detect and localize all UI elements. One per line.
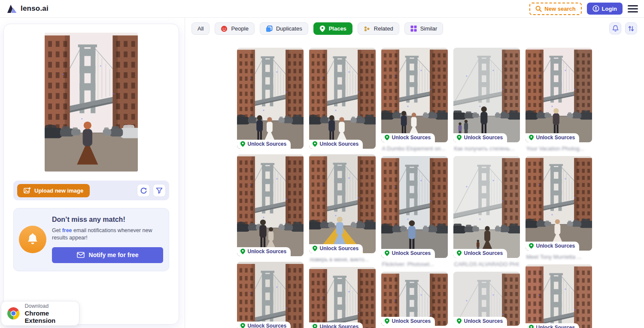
- chrome-download-label: Download: [25, 303, 79, 309]
- filter-tabs: AllPeopleDuplicatesPlacesRelatedSimilar: [191, 22, 443, 35]
- tab-label: Duplicates: [276, 25, 302, 32]
- tab-label: People: [231, 25, 248, 32]
- unlock-sources-badge[interactable]: Unlock Sources: [309, 244, 363, 253]
- pin-icon: [384, 318, 390, 324]
- result-image[interactable]: Unlock Sources: [309, 267, 376, 328]
- result-image[interactable]: Unlock Sources: [237, 154, 304, 256]
- unlock-sources-badge[interactable]: Unlock Sources: [526, 133, 580, 142]
- free-word: free: [62, 227, 72, 233]
- result-caption[interactable]: A Dumbo Elopement on...: [382, 145, 447, 152]
- pin-icon: [456, 135, 462, 141]
- unlock-sources-badge[interactable]: Unlock Sources: [526, 323, 580, 328]
- logo[interactable]: lenso.ai: [7, 4, 49, 13]
- unlock-sources-badge[interactable]: Unlock Sources: [526, 242, 580, 251]
- alerts-button[interactable]: [609, 22, 621, 34]
- grid-column-3: Unlock SourcesA Dumbo Elopement on...Unl…: [381, 48, 448, 328]
- result-image[interactable]: Unlock Sources: [309, 48, 376, 149]
- tab-label: Places: [329, 25, 346, 32]
- pin-icon: [312, 141, 318, 147]
- pin-icon: [384, 135, 390, 141]
- unlock-sources-badge[interactable]: Unlock Sources: [237, 140, 291, 149]
- grid-column-5: Unlock SourcesYour Vacation Photog...Unl…: [526, 48, 592, 328]
- unlock-sources-label: Unlock Sources: [248, 323, 287, 328]
- grid-column-4: Unlock SourcesКак получить степень...Unl…: [453, 48, 520, 328]
- unlock-sources-label: Unlock Sources: [464, 250, 503, 256]
- upload-bar: Upload new image: [13, 181, 169, 200]
- filter-button[interactable]: [153, 184, 166, 197]
- pin-icon: [529, 243, 534, 249]
- unlock-sources-label: Unlock Sources: [320, 245, 359, 251]
- unlock-sources-label: Unlock Sources: [536, 325, 575, 328]
- chrome-extension-button[interactable]: Download Chrome Extension: [1, 301, 79, 326]
- unlock-sources-label: Unlock Sources: [248, 141, 287, 147]
- refresh-button[interactable]: [137, 184, 150, 197]
- refresh-icon: [140, 187, 147, 194]
- unlock-sources-badge[interactable]: Unlock Sources: [381, 317, 435, 326]
- unlock-sources-badge[interactable]: Unlock Sources: [453, 249, 507, 258]
- sort-button[interactable]: [625, 22, 637, 34]
- tab-all[interactable]: All: [191, 22, 210, 35]
- notify-button-label: Notify me for free: [89, 251, 139, 258]
- tab-label: All: [197, 25, 204, 32]
- tab-similar[interactable]: Similar: [404, 22, 444, 35]
- result-caption[interactable]: поверь в меня, викто...: [310, 256, 375, 263]
- result-image[interactable]: Unlock Sources: [237, 262, 304, 328]
- result-image[interactable]: Unlock Sources: [453, 48, 520, 142]
- upload-button-label: Upload new image: [34, 187, 83, 194]
- login-button[interactable]: Login: [587, 3, 623, 15]
- image-plus-icon: [24, 187, 31, 194]
- result-image[interactable]: Unlock Sources: [526, 264, 592, 328]
- results-main: AllPeopleDuplicatesPlacesRelatedSimilar: [185, 18, 644, 328]
- menu-icon[interactable]: [628, 4, 638, 13]
- unlock-sources-label: Unlock Sources: [536, 243, 575, 249]
- tab-people[interactable]: People: [215, 22, 254, 35]
- tab-places[interactable]: Places: [313, 22, 352, 35]
- result-image[interactable]: Unlock Sources: [453, 156, 520, 258]
- unlock-sources-badge[interactable]: Unlock Sources: [381, 133, 435, 142]
- unlock-sources-label: Unlock Sources: [536, 135, 575, 141]
- result-image[interactable]: Unlock Sources: [381, 48, 448, 142]
- result-caption[interactable]: CARLOS ALVARADO PHOT...: [454, 261, 519, 267]
- lenso-logo-icon: [7, 4, 17, 13]
- unlock-sources-label: Unlock Sources: [392, 250, 431, 256]
- result-caption[interactable]: Meet Tony Murrietta ...: [526, 254, 591, 260]
- result-image[interactable]: Unlock Sources: [381, 156, 448, 258]
- logo-text: lenso.ai: [21, 4, 49, 13]
- unlock-sources-badge[interactable]: Unlock Sources: [453, 133, 507, 142]
- unlock-sources-badge[interactable]: Unlock Sources: [309, 322, 363, 328]
- pin-icon: [529, 135, 534, 141]
- search-icon: [535, 6, 542, 12]
- result-caption[interactable]: Your Vacation Photog...: [526, 145, 591, 152]
- upload-new-image-button[interactable]: Upload new image: [17, 184, 90, 197]
- unlock-sources-badge[interactable]: Unlock Sources: [453, 317, 507, 326]
- result-image[interactable]: Unlock Sources: [237, 48, 304, 149]
- sidebar: Upload new image: [0, 18, 185, 328]
- result-image[interactable]: Unlock Sources: [309, 154, 376, 253]
- result-image[interactable]: Unlock Sources: [381, 272, 448, 326]
- unlock-sources-label: Unlock Sources: [320, 324, 359, 328]
- unlock-sources-label: Unlock Sources: [392, 318, 431, 324]
- tab-duplicates[interactable]: Duplicates: [260, 22, 308, 35]
- result-caption[interactable]: Flickriver: Photoset...: [382, 261, 447, 267]
- new-search-label: New search: [544, 6, 575, 12]
- unlock-sources-badge[interactable]: Unlock Sources: [237, 247, 291, 256]
- unlock-sources-badge[interactable]: Unlock Sources: [381, 249, 435, 258]
- query-panel: Upload new image: [3, 24, 179, 325]
- chrome-extension-label: Chrome Extension: [25, 310, 79, 324]
- new-search-button[interactable]: New search: [529, 3, 581, 15]
- unlock-sources-badge[interactable]: Unlock Sources: [237, 322, 291, 328]
- pin-icon: [456, 250, 462, 256]
- result-image[interactable]: Unlock Sources: [453, 272, 520, 326]
- result-image[interactable]: Unlock Sources: [526, 48, 592, 142]
- grid-column-1: Unlock SourcesUnlock SourcesUnlock Sourc…: [237, 48, 304, 328]
- pin-icon: [456, 318, 462, 324]
- unlock-sources-badge[interactable]: Unlock Sources: [309, 140, 363, 149]
- notify-card: Don’t miss any match! Get free email not…: [13, 208, 169, 271]
- unlock-sources-label: Unlock Sources: [320, 141, 359, 147]
- pin-icon: [240, 141, 246, 147]
- notify-me-button[interactable]: Notify me for free: [52, 247, 163, 263]
- unlock-sources-label: Unlock Sources: [464, 135, 503, 141]
- tab-related[interactable]: Related: [358, 22, 399, 35]
- result-caption[interactable]: Как получить степень...: [454, 145, 519, 152]
- result-image[interactable]: Unlock Sources: [526, 156, 592, 251]
